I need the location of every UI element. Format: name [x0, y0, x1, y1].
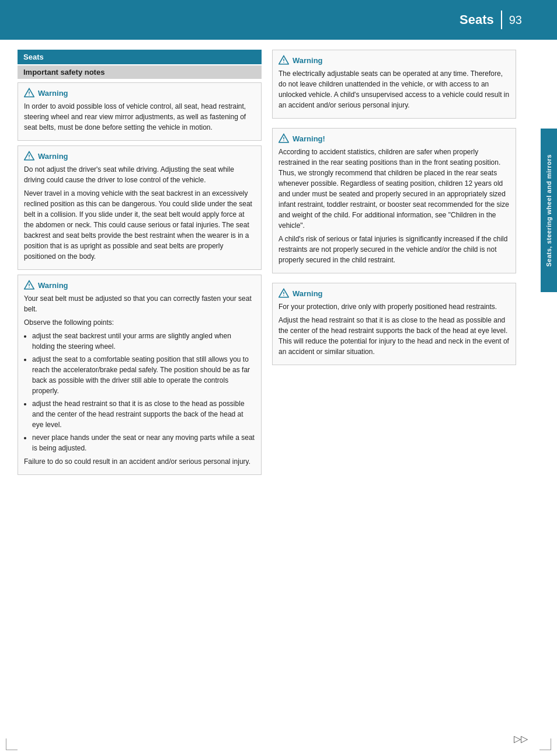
corner-mark-bl — [6, 738, 18, 750]
warning-bullets-3: adjust the seat backrest until your arms… — [32, 331, 255, 453]
svg-point-3 — [29, 158, 30, 159]
right-warning-block-2: Warning! According to accident statistic… — [272, 128, 516, 273]
warning-header-2: Warning — [24, 151, 255, 161]
right-warning-icon-2 — [278, 133, 289, 144]
warning-text-3: Your seat belt must be adjusted so that … — [24, 293, 255, 467]
right-gap — [272, 123, 516, 128]
svg-point-5 — [29, 287, 30, 288]
warning-label-3: Warning — [38, 281, 68, 290]
svg-point-11 — [283, 295, 284, 296]
warning-icon-1 — [24, 88, 34, 98]
warning-block-1: Warning In order to avoid possible loss … — [18, 82, 262, 141]
right-warning-icon-1 — [278, 55, 289, 65]
warning-text-1: In order to avoid possible loss of vehic… — [24, 101, 255, 133]
warning-header-1: Warning — [24, 88, 255, 98]
right-warning-header-3: Warning — [278, 288, 510, 299]
list-item: adjust the seat backrest until your arms… — [32, 331, 255, 352]
right-gap-2 — [272, 278, 516, 283]
warning-header-3: Warning — [24, 280, 255, 290]
corner-mark-br — [539, 738, 551, 750]
list-item: adjust the seat to a comfortable seating… — [32, 354, 255, 396]
warning-icon-2 — [24, 151, 34, 161]
left-column: Seats Important safety notes Warning In … — [18, 50, 262, 733]
right-warning-label-3: Warning — [293, 289, 323, 298]
warning-block-2: Warning Do not adjust the driver's seat … — [18, 145, 262, 270]
right-warning-text-1: The electrically adjustable seats can be… — [278, 68, 510, 110]
header-bar: Seats 93 — [0, 0, 557, 40]
warning-block-3: Warning Your seat belt must be adjusted … — [18, 275, 262, 475]
svg-point-9 — [283, 140, 284, 141]
list-item: adjust the head restraint so that it is … — [32, 398, 255, 430]
svg-point-7 — [283, 62, 284, 63]
warning-label-1: Warning — [38, 89, 68, 98]
content-area: Seats Important safety notes Warning In … — [18, 50, 534, 733]
right-warning-header-1: Warning — [278, 55, 510, 65]
warning-icon-3 — [24, 280, 34, 290]
side-tab-text: Seats, steering wheel and mirrors — [545, 154, 552, 267]
right-warning-icon-3 — [278, 288, 289, 299]
side-tab: Seats, steering wheel and mirrors — [541, 129, 557, 292]
warning-text-2: Do not adjust the driver's seat while dr… — [24, 164, 255, 262]
header-page-num: 93 — [501, 11, 522, 29]
right-warning-block-1: Warning The electrically adjustable seat… — [272, 50, 516, 119]
footer-arrow: ▷▷ — [514, 733, 528, 744]
section-header: Seats — [18, 50, 262, 64]
svg-point-1 — [29, 95, 30, 96]
right-warning-label-2: Warning! — [293, 134, 325, 143]
header-title: Seats — [459, 12, 494, 27]
right-warning-label-1: Warning — [293, 56, 323, 65]
right-warning-text-2: According to accident statistics, childr… — [278, 147, 510, 265]
right-column: Warning The electrically adjustable seat… — [272, 50, 534, 733]
right-warning-header-2: Warning! — [278, 133, 510, 144]
list-item: never place hands under the seat or near… — [32, 432, 255, 453]
warning-label-2: Warning — [38, 152, 68, 161]
right-warning-block-3: Warning For your protection, drive only … — [272, 283, 516, 365]
right-warning-text-3: For your protection, drive only with pro… — [278, 301, 510, 357]
subsection-header: Important safety notes — [18, 65, 262, 79]
